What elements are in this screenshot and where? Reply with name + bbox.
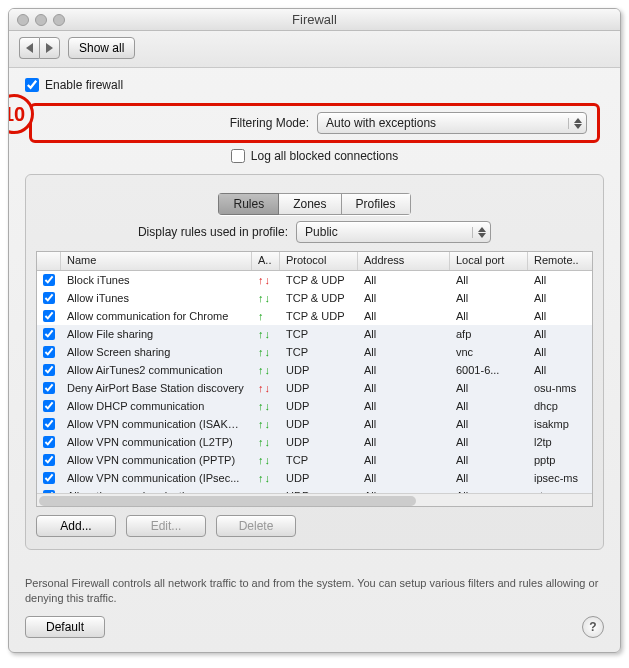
table-row[interactable]: Allow iTunes↑↓TCP & UDPAllAllAll [37,289,592,307]
table-row[interactable]: Allow VPN communication (ISAKM...↑↓UDPAl… [37,415,592,433]
rule-action-icon: ↑ [252,310,280,322]
delete-button[interactable]: Delete [216,515,296,537]
table-row[interactable]: Allow VPN communication (L2TP)↑↓UDPAllAl… [37,433,592,451]
table-row[interactable]: Allow DHCP communication↑↓UDPAllAlldhcp [37,397,592,415]
rule-enable-checkbox[interactable] [43,310,55,322]
rule-remoteport: All [528,346,592,358]
minimize-window-button[interactable] [35,14,47,26]
table-row[interactable]: Allow communication for Chrome↑TCP & UDP… [37,307,592,325]
updown-icon [472,227,486,238]
rule-protocol: TCP [280,346,358,358]
rule-name: Allow Screen sharing [61,346,252,358]
rule-address: All [358,436,450,448]
rule-name: Deny AirPort Base Station discovery [61,382,252,394]
col-address[interactable]: Address [358,252,450,270]
rule-enable-checkbox[interactable] [43,454,55,466]
rule-remoteport: All [528,328,592,340]
profile-value: Public [305,225,338,239]
rule-enable-checkbox[interactable] [43,436,55,448]
tab-zones[interactable]: Zones [279,193,341,215]
rule-name: Allow VPN communication (L2TP) [61,436,252,448]
rule-action-icon: ↑↓ [252,346,280,358]
rule-name: Allow VPN communication (IPsec... [61,472,252,484]
table-row[interactable]: Allow Screen sharing↑↓TCPAllvncAll [37,343,592,361]
tab-rules[interactable]: Rules [218,193,279,215]
table-row[interactable]: Block iTunes↑↓TCP & UDPAllAllAll [37,271,592,289]
firewall-window: Firewall Show all Enable firewall 10 Fil… [8,8,621,653]
rule-enable-checkbox[interactable] [43,292,55,304]
rules-tbody[interactable]: Block iTunes↑↓TCP & UDPAllAllAllAllow iT… [37,271,592,493]
filtering-mode-select[interactable]: Auto with exceptions [317,112,587,134]
table-row[interactable]: Allow File sharing↑↓TCPAllafpAll [37,325,592,343]
rule-localport: afp [450,328,528,340]
rule-action-icon: ↑↓ [252,364,280,376]
rule-protocol: UDP [280,382,358,394]
table-row[interactable]: Allow VPN communication (PPTP)↑↓TCPAllAl… [37,451,592,469]
rule-action-icon: ↑↓ [252,382,280,394]
table-row[interactable]: Deny AirPort Base Station discovery↑↓UDP… [37,379,592,397]
show-all-button[interactable]: Show all [68,37,135,59]
tab-profiles[interactable]: Profiles [342,193,411,215]
rule-address: All [358,292,450,304]
rule-name: Allow communication for Chrome [61,310,252,322]
filtering-mode-label: Filtering Mode: [230,116,309,130]
rule-enable-checkbox[interactable] [43,274,55,286]
rule-address: All [358,400,450,412]
log-blocked-checkbox[interactable]: Log all blocked connections [231,149,398,163]
rule-remoteport: pptp [528,454,592,466]
rule-remoteport: ipsec-ms [528,472,592,484]
rule-name: Allow DHCP communication [61,400,252,412]
rule-enable-checkbox[interactable] [43,346,55,358]
default-button[interactable]: Default [25,616,105,638]
col-enabled[interactable] [37,252,61,270]
window-title: Firewall [9,12,620,27]
toolbar: Show all [9,31,620,68]
chevron-right-icon [46,43,53,53]
table-row[interactable]: Allow AirTunes2 communication↑↓UDPAll600… [37,361,592,379]
profile-label: Display rules used in profile: [138,225,288,239]
rule-enable-checkbox[interactable] [43,364,55,376]
enable-firewall-checkbox[interactable]: Enable firewall [25,78,123,92]
rule-name: Allow iTunes [61,292,252,304]
rule-enable-checkbox[interactable] [43,418,55,430]
nav-forward-button[interactable] [39,37,60,59]
rule-enable-checkbox[interactable] [43,382,55,394]
col-remoteport[interactable]: Remote.. [528,252,592,270]
rule-address: All [358,472,450,484]
help-button[interactable]: ? [582,616,604,638]
rules-table: Name A.. Protocol Address Local port Rem… [36,251,593,507]
updown-icon [568,118,582,129]
enable-firewall-input[interactable] [25,78,39,92]
rule-address: All [358,454,450,466]
rule-protocol: UDP [280,418,358,430]
rule-action-icon: ↑↓ [252,400,280,412]
filtering-mode-value: Auto with exceptions [326,116,436,130]
rule-enable-checkbox[interactable] [43,328,55,340]
col-action[interactable]: A.. [252,252,280,270]
rule-localport: All [450,454,528,466]
rule-enable-checkbox[interactable] [43,400,55,412]
rule-address: All [358,274,450,286]
nav-back-button[interactable] [19,37,39,59]
rule-name: Block iTunes [61,274,252,286]
rule-action-icon: ↑↓ [252,436,280,448]
edit-button[interactable]: Edit... [126,515,206,537]
log-blocked-input[interactable] [231,149,245,163]
rules-tabs: Rules Zones Profiles [218,193,410,215]
zoom-window-button[interactable] [53,14,65,26]
table-row[interactable]: Allow VPN communication (IPsec...↑↓UDPAl… [37,469,592,487]
col-name[interactable]: Name [61,252,252,270]
col-localport[interactable]: Local port [450,252,528,270]
add-button[interactable]: Add... [36,515,116,537]
profile-select[interactable]: Public [296,221,491,243]
rule-remoteport: All [528,364,592,376]
horizontal-scrollbar[interactable] [37,493,592,506]
rule-action-icon: ↑↓ [252,454,280,466]
rule-remoteport: All [528,310,592,322]
rule-localport: All [450,274,528,286]
col-protocol[interactable]: Protocol [280,252,358,270]
close-window-button[interactable] [17,14,29,26]
rule-protocol: UDP [280,400,358,412]
rule-action-icon: ↑↓ [252,274,280,286]
rule-enable-checkbox[interactable] [43,472,55,484]
